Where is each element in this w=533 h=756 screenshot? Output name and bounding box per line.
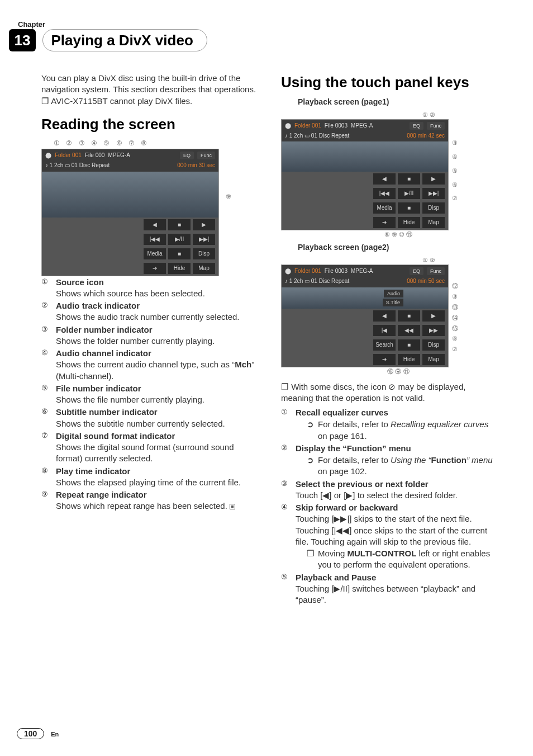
mock-time: 000 min 42 sec (407, 132, 445, 140)
page-lang: En (51, 731, 59, 738)
item-title: Playback and Pause (296, 573, 376, 582)
item-title: Recall equalizer curves (296, 408, 388, 417)
left-column: You can play a DivX disc using the built… (41, 73, 259, 717)
mock-btn: Disp (193, 248, 215, 259)
mock-codec: MPEG-A (351, 122, 373, 130)
callout: ⑦ (452, 345, 458, 353)
mock-eq: EQ (180, 152, 194, 159)
mock-screen-p2: ⬤ Folder 001 File 0003 MPEG-A EQ Func ♪ … (281, 264, 449, 367)
callout: ⑥ (452, 181, 458, 189)
right-callout-9: ⑨ (220, 192, 231, 201)
callout: ⑫ (452, 282, 458, 290)
mock-subline: ♪ 1 2ch ▭ 01 Disc Repeat (45, 162, 110, 169)
mock-label-audio: Audio (384, 290, 403, 297)
chapter-bar: 13 Playing a DivX video (9, 29, 516, 55)
mock-btn: ▶ (193, 219, 215, 230)
mock-folder: Folder 001 (55, 152, 82, 159)
item-title: File number indicator (56, 384, 141, 393)
right-column: Using the touch panel keys Playback scre… (281, 73, 498, 717)
item-desc: Touching [▶▶|] skips to the start of the… (296, 514, 487, 546)
item-bold: MULTI-CONTROL (348, 549, 417, 558)
heading-reading-screen: Reading the screen (41, 115, 259, 134)
item-title: Audio channel indicator (56, 348, 151, 358)
callout: ④ (452, 153, 458, 161)
item-title: Audio track indicator (56, 301, 140, 310)
mock-btn: ➔ (144, 263, 166, 274)
item-desc: Shows the folder number currently playin… (56, 336, 215, 346)
item-title: Source icon (56, 277, 104, 287)
callout: ③ (452, 292, 458, 301)
mock-btn: Map (193, 263, 215, 274)
mock-file: File 000 (85, 152, 105, 159)
p2-side-callouts: ⑫ ③ ⑬ ⑭ ⑮ ⑥ ⑦ (452, 282, 458, 353)
mock-folder: Folder 001 (294, 267, 321, 275)
mock-btn: ◀ (144, 219, 166, 230)
item-title: Digital sound format indicator (56, 431, 175, 441)
item-title: Display the “Function” menu (296, 443, 411, 453)
mock-btn: ■ (168, 248, 191, 259)
mock-btn: Hide (168, 263, 191, 274)
screen-diagram: ① ② ③ ④ ⑤ ⑥ ⑦ ⑧ ⬤ Folder 001 File 000 MP… (41, 139, 226, 201)
item-desc: Shows the subtitle number currently sele… (56, 419, 225, 428)
item-italic: menu (469, 455, 493, 465)
item-num: ① (41, 277, 53, 300)
item-italic: Using the (391, 455, 429, 465)
page-footer: 100 En (17, 728, 59, 739)
item-desc: Shows which source has been selected. (56, 289, 205, 298)
callout: ⑤ (452, 167, 458, 175)
item-bold: Mch (235, 360, 251, 369)
mock-btn: |◀◀ (144, 234, 166, 245)
callout: ⑬ (452, 303, 458, 311)
chapter-title: Playing a DivX video (51, 32, 193, 49)
item-desc2: on page 161. (318, 431, 367, 441)
intro-text: You can play a DivX disc using the built… (41, 73, 259, 96)
callout: ⑮ (452, 324, 458, 333)
item-desc: Shows the digital sound format (surround… (56, 442, 234, 463)
heading-touch-panel: Using the touch panel keys (281, 73, 498, 92)
item-title: Subtitle number indicator (56, 407, 158, 417)
mock-file: File 0003 (325, 267, 348, 275)
mock-func: Func (197, 152, 215, 159)
mock-label-stitle: S.Title (383, 299, 403, 306)
p1-bottom-callouts: ⑧ ⑨ ⑩ ⑪ (281, 230, 449, 239)
item-num: ⑤ (41, 383, 53, 406)
item-num: ⑤ (281, 572, 292, 606)
mock-codec: MPEG-A (108, 152, 130, 159)
mock-time: 000 min 50 sec (407, 277, 445, 285)
invalid-op-note: ❐ With some discs, the icon ⊘ may be dis… (281, 381, 498, 404)
p2-top-callouts: ① ② (281, 256, 449, 264)
stop-icon (230, 504, 235, 509)
compat-note-text: AVIC-X7115BT cannot play DivX files. (51, 96, 192, 106)
indicator-list: ①Source iconShows which source has been … (41, 277, 259, 512)
mock-btn: Media (144, 248, 166, 259)
item-desc: Shows the current audio channel type, su… (56, 360, 235, 369)
mock-func: Func (427, 267, 445, 275)
item-num: ⑨ (41, 489, 53, 512)
item-desc: For details, refer to (318, 455, 391, 465)
mock-codec: MPEG-A (351, 267, 373, 275)
item-num: ② (41, 300, 53, 323)
mock-label-search: Search (373, 339, 396, 351)
item-desc: Shows the audio track number currently s… (56, 312, 240, 322)
item-italic: Recalling equalizer curves (391, 419, 488, 429)
mock-screen-p1: ⬤ Folder 001 File 0003 MPEG-A EQ Func ♪ … (281, 119, 449, 231)
item-num: ① (281, 407, 292, 442)
item-num: ④ (41, 348, 53, 382)
callout: ③ (452, 139, 458, 147)
item-desc: Moving (318, 549, 348, 558)
item-desc: Shows the file number currently playing. (56, 395, 204, 404)
item-num: ⑦ (41, 431, 53, 465)
item-title: Repeat range indicator (56, 490, 147, 499)
mock-file: File 0003 (325, 122, 348, 130)
mock-btn: ■ (168, 219, 191, 230)
callout: ⑥ (452, 334, 458, 343)
item-bold: Function (431, 455, 467, 465)
page-number: 100 (17, 728, 44, 739)
item-desc: Touch [◀] or [▶] to select the desired f… (296, 490, 458, 500)
item-title: Skip forward or backward (296, 503, 398, 512)
item-title: Select the previous or next folder (296, 479, 429, 489)
item-num: ⑥ (41, 407, 53, 429)
page2-label: Playback screen (page2) (298, 242, 498, 253)
item-desc: Shows which repeat range has been select… (56, 501, 227, 511)
item-num: ④ (281, 502, 292, 571)
